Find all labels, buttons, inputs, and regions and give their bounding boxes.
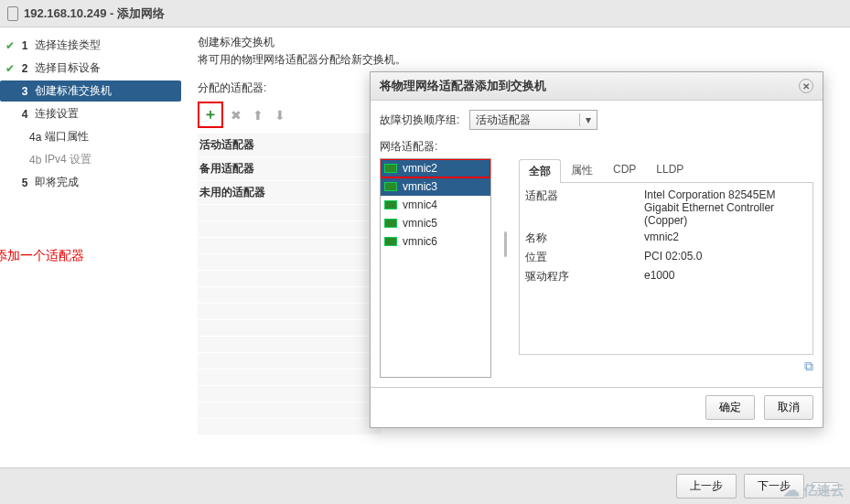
failover-group-label: 故障切换顺序组:	[380, 113, 469, 128]
cancel-button[interactable]: 取消	[764, 395, 813, 420]
list-row-empty	[198, 287, 381, 304]
nic-icon	[384, 200, 397, 209]
wizard-sidebar: ✔ 1 选择连接类型 ✔ 2 选择目标设备 3 创建标准交换机 4 连接设置 4…	[0, 27, 181, 466]
add-adapter-dialog: 将物理网络适配器添加到交换机 ✕ 故障切换顺序组: 活动适配器 ▾ 网络适配器:…	[370, 71, 823, 428]
nic-label: vmnic6	[403, 235, 437, 248]
step-label: 选择连接类型	[35, 38, 101, 53]
detail-tabs: 全部 属性 CDP LLDP	[519, 158, 813, 183]
tab-cdp[interactable]: CDP	[603, 158, 646, 182]
move-up-button[interactable]: ⬆	[249, 106, 267, 124]
nic-icon	[384, 164, 397, 173]
tab-all[interactable]: 全部	[519, 159, 561, 183]
adapter-properties[interactable]: 适配器 Intel Corporation 82545EM Gigabit Et…	[519, 183, 813, 355]
step-1[interactable]: ✔ 1 选择连接类型	[0, 35, 181, 56]
list-row-empty	[198, 370, 381, 386]
assigned-adapter-groups: 活动适配器 备用适配器 未用的适配器	[198, 134, 381, 435]
list-row-empty	[198, 337, 381, 353]
check-icon: ✔	[4, 62, 16, 75]
list-row-empty	[198, 254, 381, 271]
close-icon[interactable]: ✕	[799, 79, 813, 93]
prop-adapter-val: Intel Corporation 82545EM Gigabit Ethern…	[644, 188, 807, 227]
content-subheading: 将可用的物理网络适配器分配给新交换机。	[198, 52, 841, 68]
select-value: 活动适配器	[476, 113, 531, 128]
list-row-empty	[198, 271, 381, 287]
dialog-header: 将物理网络适配器添加到交换机 ✕	[371, 72, 823, 101]
chevron-down-icon: ▾	[579, 113, 591, 126]
wizard-footer: 上一步 下一步	[0, 467, 850, 504]
window-host: 192.168.10.249	[24, 6, 106, 20]
nic-label: vmnic5	[403, 217, 437, 230]
prop-location-val: PCI 02:05.0	[644, 250, 807, 265]
list-row-empty	[198, 353, 381, 370]
watermark-logo: ☁ 亿速云	[783, 480, 845, 500]
nic-icon	[384, 237, 397, 246]
tab-properties[interactable]: 属性	[561, 158, 603, 182]
nic-icon	[384, 219, 397, 228]
step-label: 连接设置	[35, 106, 79, 122]
list-row-empty	[198, 402, 381, 419]
nic-label: vmnic4	[403, 198, 437, 211]
nic-list[interactable]: vmnic2 vmnic3 vmnic4 vmnic5 vmnic6	[380, 158, 491, 378]
annotation-text: 添加一个适配器	[0, 248, 181, 264]
prop-name-key: 名称	[525, 231, 644, 246]
logo-text: 亿速云	[803, 482, 845, 499]
content-heading: 创建标准交换机	[198, 35, 841, 50]
cloud-icon: ☁	[783, 480, 800, 500]
list-row-empty	[198, 386, 381, 402]
remove-adapter-button[interactable]: ✖	[227, 106, 245, 124]
prop-driver-val: e1000	[644, 269, 807, 284]
step-label: 即将完成	[35, 175, 79, 190]
list-row-empty	[198, 238, 381, 254]
back-button[interactable]: 上一步	[676, 474, 737, 499]
prop-driver-key: 驱动程序	[525, 269, 644, 284]
list-row-empty	[198, 221, 381, 238]
step-4b: 4b IPv4 设置	[0, 149, 181, 170]
list-row-empty	[198, 205, 381, 221]
window-title: 添加网络	[117, 5, 165, 22]
check-icon: ✔	[4, 39, 16, 52]
nic-item-vmnic5[interactable]: vmnic5	[381, 214, 490, 232]
list-row-empty	[198, 304, 381, 320]
ok-button[interactable]: 确定	[705, 395, 755, 420]
group-unused[interactable]: 未用的适配器	[198, 181, 381, 205]
group-standby[interactable]: 备用适配器	[198, 157, 381, 181]
host-icon	[7, 6, 18, 21]
wizard-steps: ✔ 1 选择连接类型 ✔ 2 选择目标设备 3 创建标准交换机 4 连接设置 4…	[0, 35, 181, 193]
prop-location-key: 位置	[525, 250, 644, 265]
step-label: 选择目标设备	[35, 60, 101, 76]
nic-item-vmnic4[interactable]: vmnic4	[381, 196, 490, 214]
dialog-title: 将物理网络适配器添加到交换机	[380, 78, 546, 94]
tab-lldp[interactable]: LLDP	[646, 158, 694, 182]
network-adapters-label: 网络适配器:	[380, 139, 469, 155]
add-adapter-button[interactable]: ＋	[198, 102, 223, 128]
failover-group-select[interactable]: 活动适配器 ▾	[469, 110, 597, 130]
dialog-footer: 确定 取消	[371, 387, 823, 427]
title-separator: -	[106, 6, 117, 20]
prop-name-val: vmnic2	[644, 231, 807, 246]
window-titlebar: 192.168.10.249 - 添加网络	[0, 0, 850, 27]
nic-icon	[384, 182, 397, 191]
copy-icon[interactable]: ⧉	[804, 359, 813, 373]
nic-item-vmnic2[interactable]: vmnic2	[381, 159, 490, 177]
move-down-button[interactable]: ⬇	[271, 106, 289, 124]
step-5: 5 即将完成	[0, 172, 181, 193]
list-row-empty	[198, 419, 381, 435]
step-num: 4b	[29, 154, 41, 166]
group-active[interactable]: 活动适配器	[198, 134, 381, 157]
step-label: 创建标准交换机	[35, 83, 112, 99]
nic-label: vmnic3	[403, 180, 437, 193]
step-4: 4 连接设置	[0, 103, 181, 124]
splitter-handle[interactable]	[502, 158, 508, 378]
adapter-detail-pane: 全部 属性 CDP LLDP 适配器 Intel Corporation 825…	[519, 158, 813, 378]
step-label: 端口属性	[45, 129, 89, 145]
list-row-empty	[198, 320, 381, 337]
nic-item-vmnic3[interactable]: vmnic3	[381, 177, 490, 196]
step-4a: 4a 端口属性	[0, 126, 181, 147]
plus-icon: ＋	[203, 105, 218, 124]
step-3[interactable]: 3 创建标准交换机	[0, 80, 181, 102]
step-num: 4a	[29, 131, 41, 144]
step-2[interactable]: ✔ 2 选择目标设备	[0, 58, 181, 79]
nic-item-vmnic6[interactable]: vmnic6	[381, 232, 490, 251]
prop-adapter-key: 适配器	[525, 188, 644, 227]
step-label: IPv4 设置	[45, 152, 91, 167]
